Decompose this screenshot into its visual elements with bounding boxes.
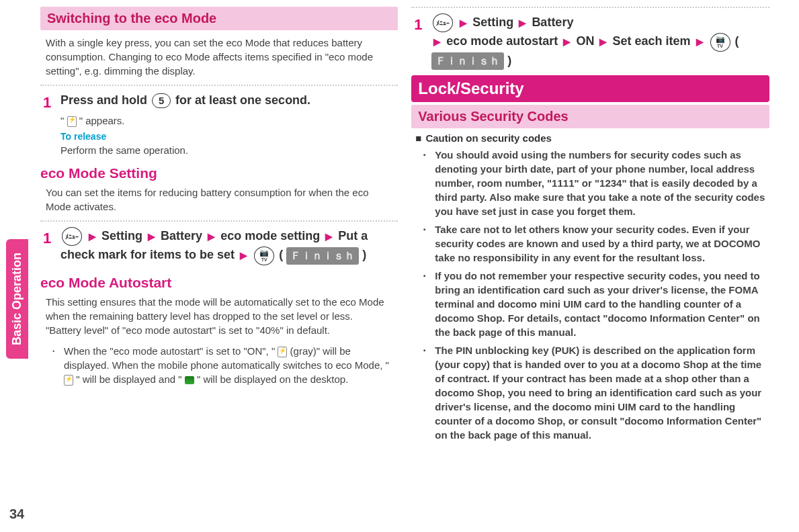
- econavi-icon: [185, 376, 194, 384]
- label-battery: Battery: [532, 15, 573, 29]
- intro-switching-eco: With a single key press, you can set the…: [40, 34, 398, 79]
- arrow-icon: ▶: [208, 231, 215, 242]
- dotted-divider: [40, 85, 398, 86]
- sidebar: Basic Operation 34: [0, 0, 34, 532]
- caution-bullet-3-text: If you do not remember your respective s…: [435, 269, 769, 339]
- intro-eco-autostart: This setting ensures that the mode will …: [40, 294, 398, 339]
- finish-pill: Ｆｉｎｉｓｈ: [286, 247, 359, 265]
- arrow-icon: ▶: [240, 250, 247, 261]
- bullet-icon: ・: [419, 222, 429, 265]
- step1-sub: " " appears.: [40, 115, 398, 127]
- heading-switching-eco: Switching to the eco Mode: [40, 7, 398, 30]
- step1-text-a: Press and hold: [60, 93, 151, 107]
- arrow-icon: ▶: [148, 231, 155, 242]
- finish-pill: Ｆｉｎｉｓｈ: [431, 52, 504, 70]
- arrow-icon: ▶: [460, 17, 467, 28]
- label-battery: Battery: [161, 229, 202, 242]
- left-column: Switching to the eco Mode With a single …: [40, 7, 398, 525]
- menu-key-icon: ﾒﾆｭｰ: [433, 13, 453, 32]
- bullet-icon: ・: [48, 344, 58, 386]
- step-number: 1: [43, 91, 51, 114]
- caution-text: Caution on security codes: [425, 132, 552, 144]
- step-autostart-path: 1 ﾒﾆｭｰ ▶ Setting ▶ Battery ▶ eco mode au…: [411, 13, 769, 70]
- caution-bullet-1-text: You should avoid using the numbers for s…: [435, 148, 769, 218]
- caution-bullet-3: ・ If you do not remember your respective…: [411, 269, 769, 339]
- bullet-icon: ・: [419, 148, 429, 218]
- caution-bullet-4: ・ The PIN unblocking key (PUK) is descri…: [411, 343, 769, 442]
- heading-lock-security: Lock/Security: [411, 75, 769, 102]
- caution-title: ■ Caution on security codes: [415, 132, 769, 144]
- page-number: 34: [9, 506, 24, 522]
- arrow-icon: ▶: [696, 36, 704, 47]
- arrow-icon: ▶: [433, 36, 441, 47]
- camera-key-icon: 📷TV: [710, 33, 730, 52]
- label-set-each-item: Set each item: [612, 34, 690, 48]
- label-setting: Setting: [101, 229, 142, 242]
- caution-bullet-1: ・ You should avoid using the numbers for…: [411, 148, 769, 218]
- arrow-icon: ▶: [519, 17, 526, 28]
- page: Basic Operation 34 Switching to the eco …: [0, 0, 799, 532]
- arrow-icon: ▶: [89, 231, 96, 242]
- heading-eco-autostart: eco Mode Autostart: [40, 275, 398, 291]
- step-number: 1: [414, 13, 422, 36]
- label-eco-mode-setting: eco mode setting: [220, 229, 320, 242]
- step-eco-setting: 1 ﾒﾆｭｰ ▶ Setting ▶ Battery ▶ eco mode se…: [40, 227, 398, 265]
- bullet-icon: ・: [419, 343, 429, 442]
- to-release-body: Perform the same operation.: [40, 144, 398, 156]
- eco-gray-icon: [278, 347, 287, 357]
- step-press-hold: 1 Press and hold 5 for at least one seco…: [40, 91, 398, 109]
- dotted-divider: [40, 220, 398, 222]
- dotted-divider: [411, 7, 769, 8]
- label-autostart: eco mode autostart: [446, 34, 558, 48]
- right-column: 1 ﾒﾆｭｰ ▶ Setting ▶ Battery ▶ eco mode au…: [411, 7, 769, 525]
- step1-sub-b: " appears.: [77, 115, 125, 126]
- intro-eco-setting: You can set the items for reducing batte…: [40, 184, 398, 215]
- step-number: 1: [43, 227, 51, 249]
- caution-bullet-2-text: Take care not to let others know your se…: [435, 222, 769, 265]
- to-release-label: To release: [40, 131, 398, 142]
- step1-sub-a: ": [60, 115, 67, 126]
- heading-eco-mode-setting: eco Mode Setting: [40, 165, 398, 181]
- content-columns: Switching to the eco Mode With a single …: [34, 0, 799, 532]
- label-on: ON: [576, 34, 594, 48]
- menu-key-icon: ﾒﾆｭｰ: [62, 227, 82, 246]
- arrow-icon: ▶: [599, 36, 607, 47]
- eco-icon: [64, 375, 73, 386]
- caution-square-icon: ■: [415, 132, 421, 144]
- bullet-autostart-note: ・ When the "eco mode autostart" is set t…: [40, 344, 398, 386]
- arrow-icon: ▶: [563, 36, 571, 47]
- label-setting: Setting: [472, 15, 513, 29]
- camera-key-icon: 📷TV: [254, 247, 274, 265]
- arrow-icon: ▶: [325, 231, 333, 242]
- eco-icon: [67, 116, 77, 127]
- key-5-icon: 5: [152, 93, 171, 108]
- caution-bullet-2: ・ Take care not to let others know your …: [411, 222, 769, 265]
- step1-text-b: for at least one second.: [175, 93, 310, 107]
- bullet-icon: ・: [419, 269, 429, 339]
- heading-security-codes: Various Security Codes: [411, 105, 769, 128]
- caution-bullet-4-text: The PIN unblocking key (PUK) is describe…: [435, 343, 769, 442]
- sidebar-tab: Basic Operation: [6, 239, 28, 359]
